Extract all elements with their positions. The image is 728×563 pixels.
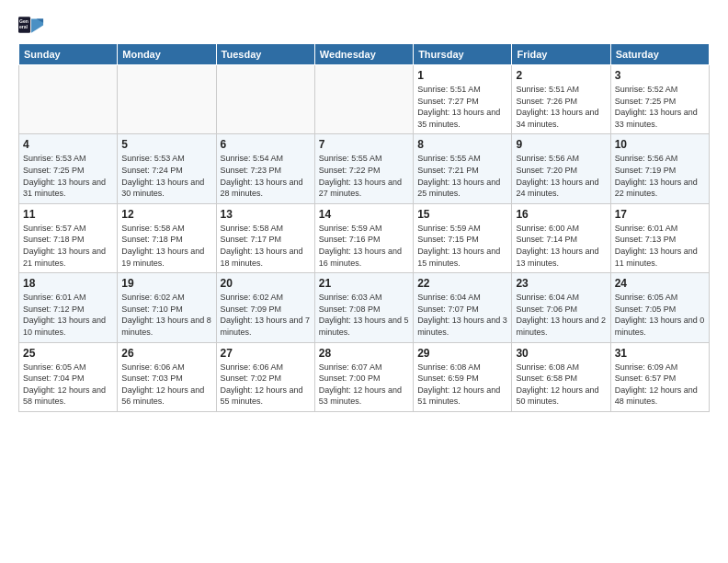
calendar-cell — [118, 65, 216, 134]
day-info: Sunrise: 5:53 AM Sunset: 7:24 PM Dayligh… — [121, 153, 211, 199]
day-info: Sunrise: 6:02 AM Sunset: 7:09 PM Dayligh… — [221, 292, 311, 338]
day-number: 23 — [516, 277, 606, 290]
logo-icon: Gen eral — [18, 17, 44, 33]
day-info: Sunrise: 5:56 AM Sunset: 7:19 PM Dayligh… — [615, 153, 705, 199]
day-number: 15 — [417, 208, 507, 221]
calendar-cell: 27Sunrise: 6:06 AM Sunset: 7:02 PM Dayli… — [216, 342, 314, 411]
day-info: Sunrise: 5:55 AM Sunset: 7:21 PM Dayligh… — [417, 153, 507, 199]
calendar-cell: 11Sunrise: 5:57 AM Sunset: 7:18 PM Dayli… — [19, 203, 118, 272]
day-number: 13 — [221, 208, 311, 221]
calendar-cell — [19, 65, 118, 134]
calendar-cell: 6Sunrise: 5:54 AM Sunset: 7:23 PM Daylig… — [216, 134, 314, 203]
day-number: 12 — [121, 208, 211, 221]
calendar-cell: 26Sunrise: 6:06 AM Sunset: 7:03 PM Dayli… — [118, 342, 216, 411]
calendar-cell: 15Sunrise: 5:59 AM Sunset: 7:15 PM Dayli… — [414, 203, 512, 272]
day-info: Sunrise: 5:58 AM Sunset: 7:18 PM Dayligh… — [121, 223, 211, 269]
day-number: 27 — [221, 347, 311, 360]
calendar-week-row: 1Sunrise: 5:51 AM Sunset: 7:27 PM Daylig… — [19, 65, 710, 134]
day-number: 7 — [319, 138, 409, 151]
calendar-cell: 22Sunrise: 6:04 AM Sunset: 7:07 PM Dayli… — [414, 273, 512, 342]
day-number: 28 — [319, 347, 409, 360]
day-number: 30 — [516, 347, 606, 360]
calendar-cell: 8Sunrise: 5:55 AM Sunset: 7:21 PM Daylig… — [414, 134, 512, 203]
calendar-header-friday: Friday — [512, 44, 610, 65]
day-info: Sunrise: 6:08 AM Sunset: 6:59 PM Dayligh… — [417, 362, 507, 408]
day-info: Sunrise: 6:06 AM Sunset: 7:03 PM Dayligh… — [121, 362, 211, 408]
calendar-cell: 30Sunrise: 6:08 AM Sunset: 6:58 PM Dayli… — [512, 342, 610, 411]
day-number: 3 — [615, 69, 705, 82]
day-info: Sunrise: 6:08 AM Sunset: 6:58 PM Dayligh… — [516, 362, 606, 408]
calendar-cell: 13Sunrise: 5:58 AM Sunset: 7:17 PM Dayli… — [216, 203, 314, 272]
day-number: 11 — [23, 208, 113, 221]
calendar-cell: 1Sunrise: 5:51 AM Sunset: 7:27 PM Daylig… — [414, 65, 512, 134]
day-info: Sunrise: 6:03 AM Sunset: 7:08 PM Dayligh… — [319, 292, 409, 338]
day-number: 14 — [319, 208, 409, 221]
calendar-cell: 23Sunrise: 6:04 AM Sunset: 7:06 PM Dayli… — [512, 273, 610, 342]
day-number: 19 — [121, 277, 211, 290]
day-number: 8 — [417, 138, 507, 151]
calendar-cell: 3Sunrise: 5:52 AM Sunset: 7:25 PM Daylig… — [610, 65, 709, 134]
day-number: 29 — [417, 347, 507, 360]
calendar-cell: 12Sunrise: 5:58 AM Sunset: 7:18 PM Dayli… — [118, 203, 216, 272]
calendar-cell: 10Sunrise: 5:56 AM Sunset: 7:19 PM Dayli… — [610, 134, 709, 203]
calendar-header-thursday: Thursday — [414, 44, 512, 65]
calendar-header-row: SundayMondayTuesdayWednesdayThursdayFrid… — [19, 44, 710, 65]
calendar-cell: 21Sunrise: 6:03 AM Sunset: 7:08 PM Dayli… — [314, 273, 413, 342]
page: Gen eral SundayMondayTuesdayWednesdayThu… — [0, 0, 728, 563]
day-number: 21 — [319, 277, 409, 290]
calendar-cell — [216, 65, 314, 134]
day-info: Sunrise: 5:56 AM Sunset: 7:20 PM Dayligh… — [516, 153, 606, 199]
calendar-header-saturday: Saturday — [610, 44, 709, 65]
calendar-cell: 20Sunrise: 6:02 AM Sunset: 7:09 PM Dayli… — [216, 273, 314, 342]
calendar-cell: 7Sunrise: 5:55 AM Sunset: 7:22 PM Daylig… — [314, 134, 413, 203]
calendar-cell: 25Sunrise: 6:05 AM Sunset: 7:04 PM Dayli… — [19, 342, 118, 411]
day-info: Sunrise: 6:01 AM Sunset: 7:13 PM Dayligh… — [615, 223, 705, 269]
day-number: 6 — [221, 138, 311, 151]
day-info: Sunrise: 5:53 AM Sunset: 7:25 PM Dayligh… — [23, 153, 113, 199]
header: Gen eral — [18, 17, 710, 34]
day-info: Sunrise: 5:54 AM Sunset: 7:23 PM Dayligh… — [221, 153, 311, 199]
calendar-cell: 18Sunrise: 6:01 AM Sunset: 7:12 PM Dayli… — [19, 273, 118, 342]
calendar-cell: 2Sunrise: 5:51 AM Sunset: 7:26 PM Daylig… — [512, 65, 610, 134]
day-number: 16 — [516, 208, 606, 221]
day-info: Sunrise: 5:57 AM Sunset: 7:18 PM Dayligh… — [23, 223, 113, 269]
day-number: 2 — [516, 69, 606, 82]
calendar-week-row: 4Sunrise: 5:53 AM Sunset: 7:25 PM Daylig… — [19, 134, 710, 203]
calendar-cell: 19Sunrise: 6:02 AM Sunset: 7:10 PM Dayli… — [118, 273, 216, 342]
calendar: SundayMondayTuesdayWednesdayThursdayFrid… — [18, 43, 710, 412]
day-number: 4 — [23, 138, 113, 151]
day-info: Sunrise: 5:58 AM Sunset: 7:17 PM Dayligh… — [221, 223, 311, 269]
calendar-cell: 31Sunrise: 6:09 AM Sunset: 6:57 PM Dayli… — [610, 342, 709, 411]
day-info: Sunrise: 5:51 AM Sunset: 7:27 PM Dayligh… — [417, 84, 507, 130]
day-info: Sunrise: 6:07 AM Sunset: 7:00 PM Dayligh… — [319, 362, 409, 408]
calendar-header-tuesday: Tuesday — [216, 44, 314, 65]
day-number: 1 — [417, 69, 507, 82]
day-number: 22 — [417, 277, 507, 290]
day-info: Sunrise: 6:01 AM Sunset: 7:12 PM Dayligh… — [23, 292, 113, 338]
day-info: Sunrise: 5:51 AM Sunset: 7:26 PM Dayligh… — [516, 84, 606, 130]
calendar-cell: 17Sunrise: 6:01 AM Sunset: 7:13 PM Dayli… — [610, 203, 709, 272]
calendar-cell: 5Sunrise: 5:53 AM Sunset: 7:24 PM Daylig… — [118, 134, 216, 203]
day-info: Sunrise: 6:02 AM Sunset: 7:10 PM Dayligh… — [121, 292, 211, 338]
day-info: Sunrise: 6:06 AM Sunset: 7:02 PM Dayligh… — [221, 362, 311, 408]
day-info: Sunrise: 5:55 AM Sunset: 7:22 PM Dayligh… — [319, 153, 409, 199]
day-info: Sunrise: 6:05 AM Sunset: 7:04 PM Dayligh… — [23, 362, 113, 408]
calendar-cell: 14Sunrise: 5:59 AM Sunset: 7:16 PM Dayli… — [314, 203, 413, 272]
calendar-week-row: 18Sunrise: 6:01 AM Sunset: 7:12 PM Dayli… — [19, 273, 710, 342]
day-number: 20 — [221, 277, 311, 290]
day-number: 17 — [615, 208, 705, 221]
day-info: Sunrise: 5:59 AM Sunset: 7:16 PM Dayligh… — [319, 223, 409, 269]
logo: Gen eral — [18, 17, 44, 34]
day-number: 25 — [23, 347, 113, 360]
day-number: 31 — [615, 347, 705, 360]
calendar-cell: 4Sunrise: 5:53 AM Sunset: 7:25 PM Daylig… — [19, 134, 118, 203]
day-info: Sunrise: 5:52 AM Sunset: 7:25 PM Dayligh… — [615, 84, 705, 130]
svg-text:Gen: Gen — [19, 18, 28, 24]
day-info: Sunrise: 6:00 AM Sunset: 7:14 PM Dayligh… — [516, 223, 606, 269]
day-number: 26 — [121, 347, 211, 360]
day-info: Sunrise: 6:05 AM Sunset: 7:05 PM Dayligh… — [615, 292, 705, 338]
calendar-week-row: 11Sunrise: 5:57 AM Sunset: 7:18 PM Dayli… — [19, 203, 710, 272]
calendar-header-wednesday: Wednesday — [314, 44, 413, 65]
svg-text:eral: eral — [19, 24, 28, 29]
calendar-cell: 29Sunrise: 6:08 AM Sunset: 6:59 PM Dayli… — [414, 342, 512, 411]
